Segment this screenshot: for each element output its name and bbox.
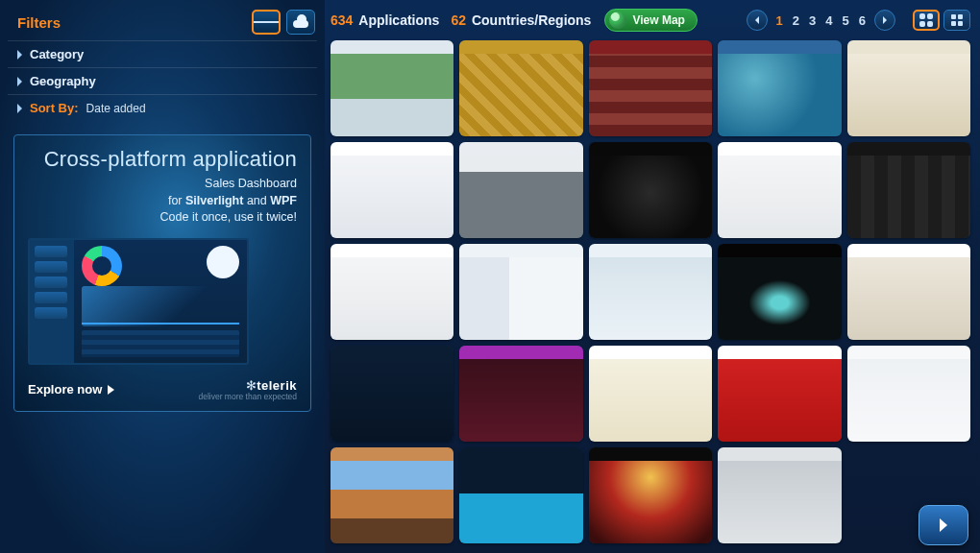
app-thumbnail[interactable] bbox=[718, 142, 841, 238]
app-thumbnail[interactable] bbox=[459, 244, 582, 340]
page-2[interactable]: 2 bbox=[790, 13, 802, 28]
promo-headline: Cross-platform application bbox=[28, 147, 297, 172]
sort-label: Sort By: bbox=[30, 101, 79, 115]
app-thumbnail[interactable] bbox=[589, 142, 712, 238]
list-view-button[interactable] bbox=[943, 10, 970, 31]
page-3[interactable]: 3 bbox=[806, 13, 819, 28]
page-4[interactable]: 4 bbox=[822, 13, 835, 28]
app-thumbnail[interactable] bbox=[459, 346, 582, 442]
chevron-right-icon bbox=[17, 50, 22, 60]
filter-geography[interactable]: Geography bbox=[8, 67, 317, 94]
play-icon bbox=[108, 385, 114, 395]
app-thumbnail[interactable] bbox=[331, 447, 453, 543]
brand-logo: ✻telerik deliver more than expected bbox=[198, 378, 297, 401]
countries-count: 62 bbox=[451, 12, 466, 28]
clock-icon bbox=[207, 246, 239, 278]
donut-chart-icon bbox=[82, 246, 122, 286]
applications-count: 634 bbox=[331, 12, 353, 28]
next-page-floating-button[interactable] bbox=[919, 505, 968, 545]
view-switcher bbox=[913, 10, 970, 31]
page-5[interactable]: 5 bbox=[840, 13, 852, 28]
app-thumbnail[interactable] bbox=[589, 447, 712, 543]
filter-sort[interactable]: Sort By: Date added bbox=[8, 94, 317, 121]
promo-line2-b: WPF bbox=[270, 194, 297, 207]
sort-value: Date added bbox=[86, 102, 146, 115]
applications-grid bbox=[331, 40, 970, 547]
app-thumbnail[interactable] bbox=[718, 447, 841, 543]
page-1[interactable]: 1 bbox=[773, 13, 786, 28]
filter-label: Category bbox=[30, 47, 84, 61]
table-icon bbox=[82, 330, 239, 357]
page-next-button[interactable] bbox=[874, 10, 895, 31]
app-thumbnail[interactable] bbox=[331, 142, 453, 238]
sidebar: Filters Category Geography Sort By: Date… bbox=[0, 0, 325, 553]
view-map-button[interactable]: View Map bbox=[604, 9, 697, 32]
list-view-icon[interactable] bbox=[252, 10, 281, 35]
topbar: 634 Applications 62 Countries/Regions Vi… bbox=[331, 6, 970, 35]
app-thumbnail[interactable] bbox=[331, 40, 453, 136]
view-map-label: View Map bbox=[632, 13, 684, 27]
app-thumbnail[interactable] bbox=[459, 142, 582, 238]
app-thumbnail[interactable] bbox=[331, 346, 453, 442]
main: 634 Applications 62 Countries/Regions Vi… bbox=[325, 0, 980, 553]
app-thumbnail[interactable] bbox=[331, 244, 453, 340]
filter-category[interactable]: Category bbox=[8, 40, 317, 67]
promo-hero-image bbox=[28, 238, 249, 365]
promo-subtitle: Sales Dashboard for Silverlight and WPF … bbox=[28, 176, 297, 227]
chevron-right-icon bbox=[17, 77, 22, 86]
countries-label: Countries/Regions bbox=[472, 12, 591, 28]
app-thumbnail[interactable] bbox=[847, 346, 970, 442]
app-thumbnail[interactable] bbox=[718, 40, 841, 136]
cloud-view-icon[interactable] bbox=[286, 10, 315, 35]
pagination: 123456 bbox=[747, 10, 895, 31]
filters-title: Filters bbox=[17, 14, 61, 31]
promo-line2-pre: for bbox=[168, 194, 185, 207]
page-6[interactable]: 6 bbox=[856, 13, 869, 28]
app-thumbnail[interactable] bbox=[847, 244, 970, 340]
page-prev-button[interactable] bbox=[747, 10, 768, 31]
promo-line3: Code it once, use it twice! bbox=[160, 210, 297, 224]
promo-line2-mid: and bbox=[243, 194, 270, 207]
brand-tagline: deliver more than expected bbox=[198, 392, 297, 401]
sidebar-header: Filters bbox=[8, 8, 317, 40]
app-thumbnail[interactable] bbox=[589, 346, 712, 442]
promo-line1: Sales Dashboard bbox=[205, 177, 297, 190]
chevron-right-icon bbox=[17, 104, 22, 113]
brand-name: telerik bbox=[257, 378, 297, 393]
promo-card: Cross-platform application Sales Dashboa… bbox=[13, 134, 311, 412]
app-thumbnail[interactable] bbox=[459, 447, 582, 543]
applications-label: Applications bbox=[358, 12, 439, 28]
app-thumbnail[interactable] bbox=[847, 40, 970, 136]
app-thumbnail[interactable] bbox=[589, 40, 712, 136]
line-chart-icon bbox=[82, 286, 239, 326]
app-thumbnail[interactable] bbox=[718, 244, 841, 340]
app-thumbnail[interactable] bbox=[589, 244, 712, 340]
globe-icon bbox=[609, 12, 626, 29]
stats: 634 Applications 62 Countries/Regions bbox=[331, 12, 591, 28]
app-thumbnail[interactable] bbox=[847, 142, 970, 238]
explore-now-button[interactable]: Explore now bbox=[28, 382, 114, 397]
promo-line2-a: Silverlight bbox=[185, 194, 243, 207]
grid-view-button[interactable] bbox=[913, 10, 940, 31]
app-thumbnail[interactable] bbox=[459, 40, 582, 136]
explore-label: Explore now bbox=[28, 382, 102, 397]
app-thumbnail[interactable] bbox=[718, 346, 841, 442]
filter-label: Geography bbox=[30, 74, 96, 88]
